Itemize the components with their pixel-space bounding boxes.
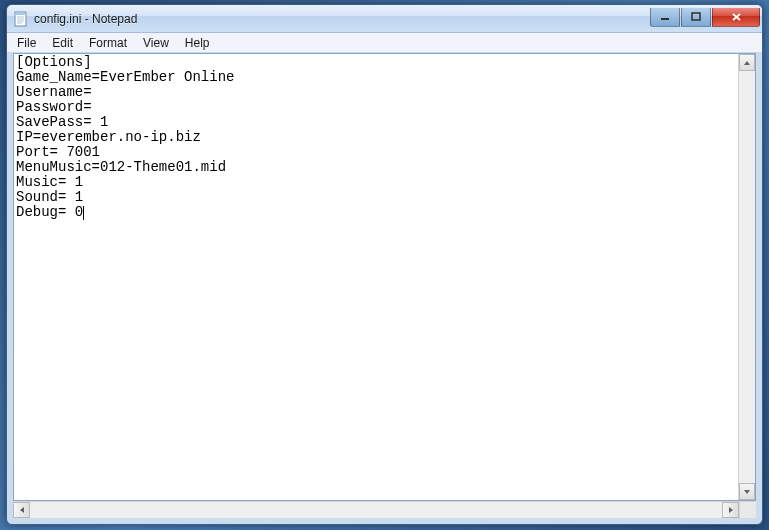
titlebar[interactable]: config.ini - Notepad <box>7 5 762 33</box>
maximize-button[interactable] <box>681 8 711 27</box>
menubar: File Edit Format View Help <box>7 33 762 53</box>
close-button[interactable] <box>712 8 760 27</box>
minimize-button[interactable] <box>650 8 680 27</box>
window-title: config.ini - Notepad <box>34 12 650 26</box>
svg-rect-6 <box>661 18 669 20</box>
horizontal-scrollbar[interactable] <box>13 501 739 518</box>
vertical-scroll-track[interactable] <box>739 71 755 483</box>
window-controls <box>650 8 760 27</box>
notepad-window: config.ini - Notepad File Edit Format Vi… <box>6 4 763 525</box>
text-content: [Options] Game_Name=EverEmber Online Use… <box>16 54 234 220</box>
scroll-left-button[interactable] <box>13 502 30 518</box>
vertical-scrollbar[interactable] <box>738 54 755 500</box>
scroll-up-button[interactable] <box>739 54 755 71</box>
scroll-right-button[interactable] <box>722 502 739 518</box>
text-editor[interactable]: [Options] Game_Name=EverEmber Online Use… <box>14 54 738 500</box>
menu-edit[interactable]: Edit <box>44 34 81 52</box>
menu-help[interactable]: Help <box>177 34 218 52</box>
scrollbar-corner <box>739 501 756 518</box>
menu-view[interactable]: View <box>135 34 177 52</box>
svg-rect-7 <box>692 13 700 20</box>
app-icon <box>13 11 29 27</box>
bottom-scrollbar-row <box>13 501 756 518</box>
menu-file[interactable]: File <box>9 34 44 52</box>
text-caret <box>83 206 84 220</box>
svg-rect-1 <box>16 13 25 15</box>
menu-format[interactable]: Format <box>81 34 135 52</box>
horizontal-scroll-track[interactable] <box>30 502 722 518</box>
client-area: [Options] Game_Name=EverEmber Online Use… <box>13 53 756 501</box>
scroll-down-button[interactable] <box>739 483 755 500</box>
